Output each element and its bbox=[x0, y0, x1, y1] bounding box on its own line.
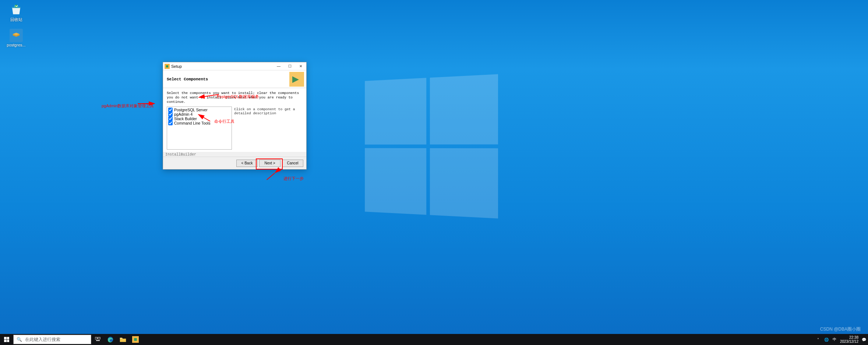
window-title: Setup bbox=[171, 64, 273, 69]
component-postgresql-server-checkbox[interactable] bbox=[168, 108, 173, 112]
taskbar-edge-icon[interactable] bbox=[105, 334, 116, 345]
windows-logo-background bbox=[365, 74, 498, 219]
maximize-button[interactable]: ☐ bbox=[284, 62, 295, 70]
taskbar-search-placeholder: 在此键入进行搜索 bbox=[25, 337, 60, 343]
minimize-button[interactable]: — bbox=[273, 62, 284, 70]
taskbar-search[interactable]: 🔍 在此键入进行搜索 bbox=[13, 335, 91, 344]
component-stack-builder-checkbox[interactable] bbox=[168, 116, 173, 121]
setup-header: Select Components bbox=[163, 70, 306, 88]
annotation-pg-service-label: PostgreSQL数据库服务 bbox=[217, 94, 259, 100]
install-builder-label: InstallBuilder bbox=[163, 152, 306, 157]
task-view-button[interactable] bbox=[92, 334, 104, 345]
setup-window: Setup — ☐ ✕ Select Components Select the… bbox=[163, 62, 307, 170]
component-cli-tools-checkbox[interactable] bbox=[168, 121, 173, 125]
recycle-bin-icon bbox=[10, 3, 23, 16]
svg-rect-6 bbox=[134, 338, 137, 341]
taskbar-setup-icon[interactable] bbox=[130, 334, 141, 345]
tray-notification-icon[interactable]: 💬 bbox=[861, 337, 867, 342]
desktop-icon-recycle-bin[interactable]: 回收站 bbox=[3, 3, 29, 22]
desktop-icon-postgres[interactable]: postgres... bbox=[3, 29, 29, 47]
component-pgadmin4-checkbox[interactable] bbox=[168, 112, 173, 116]
tray-chevron-icon[interactable]: ˄ bbox=[816, 337, 821, 342]
annotation-pgadmin-label: pgAdmin数据库对象管理工具 bbox=[102, 103, 154, 109]
taskbar-date: 2023/12/12 bbox=[840, 339, 858, 344]
taskbar-clock[interactable]: 22:38 2023/12/12 bbox=[840, 335, 858, 344]
recycle-bin-label: 回收站 bbox=[3, 17, 29, 22]
annotation-arrow-pg-service bbox=[198, 94, 205, 100]
component-stack-builder-label: Stack Builder bbox=[174, 116, 197, 121]
desktop: 回收站 postgres... Setup — ☐ ✕ Select Compo… bbox=[0, 0, 868, 345]
component-cli-tools-label: Command Line Tools bbox=[174, 121, 210, 125]
setup-header-icon bbox=[289, 72, 304, 87]
component-pgadmin4-label: pgAdmin 4 bbox=[174, 112, 193, 116]
annotation-arrow-pgadmin bbox=[149, 101, 155, 106]
postgres-icon bbox=[10, 29, 23, 42]
tray-network-icon[interactable]: 🌐 bbox=[824, 337, 829, 342]
postgres-label: postgres... bbox=[3, 43, 29, 47]
watermark: CSDN @DBA圈小圈 bbox=[820, 326, 861, 332]
svg-rect-3 bbox=[96, 340, 100, 341]
setup-footer: < Back Next > Cancel bbox=[163, 157, 306, 169]
setup-app-icon bbox=[165, 64, 170, 69]
annotation-next-label: 进行下一步 bbox=[283, 176, 304, 181]
close-button[interactable]: ✕ bbox=[295, 62, 306, 70]
component-description: Click on a component to get a detailed d… bbox=[234, 107, 303, 150]
start-button[interactable] bbox=[0, 334, 13, 345]
cancel-button[interactable]: Cancel bbox=[282, 160, 303, 167]
taskbar-explorer-icon[interactable] bbox=[117, 334, 129, 345]
taskbar-time: 22:38 bbox=[840, 335, 858, 340]
system-tray: ˄ 🌐 中 22:38 2023/12/12 💬 bbox=[816, 335, 868, 344]
component-postgresql-server[interactable]: PostgreSQL Server bbox=[168, 108, 231, 112]
tray-ime-icon[interactable]: 中 bbox=[832, 337, 837, 342]
svg-rect-2 bbox=[98, 337, 100, 339]
taskbar: 🔍 在此键入进行搜索 ˄ 🌐 中 22:38 2023/12/12 💬 bbox=[0, 334, 868, 345]
search-icon: 🔍 bbox=[17, 337, 22, 342]
windows-logo-icon bbox=[4, 337, 9, 342]
component-postgresql-server-label: PostgreSQL Server bbox=[174, 108, 208, 112]
svg-rect-1 bbox=[95, 337, 97, 339]
setup-header-title: Select Components bbox=[167, 77, 208, 81]
back-button[interactable]: < Back bbox=[236, 160, 258, 167]
annotation-cli-label: 命令行工具 bbox=[214, 119, 234, 124]
titlebar[interactable]: Setup — ☐ ✕ bbox=[163, 62, 306, 70]
